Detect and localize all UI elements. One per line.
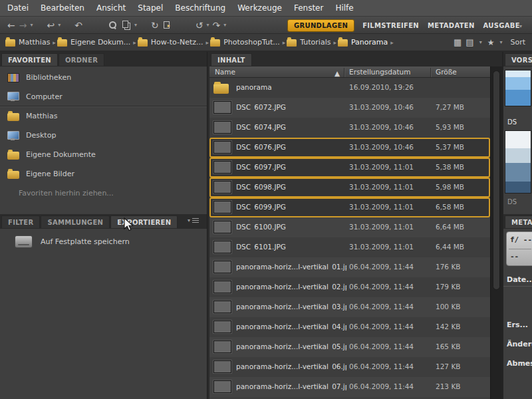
favorites-item[interactable]: Eigene Dokumente (0, 145, 207, 164)
workspace-tab[interactable]: GRUNDLAGEN (288, 20, 354, 31)
workspace-tab[interactable]: METADATEN (428, 22, 475, 29)
file-name: DSC_6098.JPG (236, 183, 286, 191)
file-size: 6,64 MB (436, 223, 464, 231)
column-divider[interactable] (430, 68, 431, 77)
table-row[interactable]: DSC_6097.JPG 31.03.2009, 11:01 5,38 MB (209, 158, 490, 178)
column-name[interactable]: Name (215, 68, 235, 76)
favorite-icon (7, 131, 19, 140)
workspace-chevron-icon[interactable] (519, 23, 522, 29)
panel-tab[interactable]: SAMMLUNGEN (41, 215, 110, 228)
table-row[interactable]: panorama-horiz...l-vertikal_04.jpg 06.04… (209, 317, 490, 337)
column-size[interactable]: Größe (436, 68, 457, 76)
panel-tab[interactable]: FAVORITEN (1, 53, 58, 66)
breadcrumb-item[interactable]: Panorama (338, 38, 394, 47)
breadcrumb-item[interactable]: Matthias (5, 38, 56, 47)
table-row[interactable]: panorama-horiz...l-vertikal_03.jpg 06.04… (209, 297, 490, 317)
table-row[interactable]: panorama-horiz...l-vertikal_05.jpg 06.04… (209, 337, 490, 357)
menu-item[interactable]: Ansicht (90, 0, 132, 16)
menu-item[interactable]: Bearbeiten (35, 0, 90, 16)
file-date: 06.04.2009, 11:44 (349, 303, 414, 311)
table-row[interactable]: DSC_6076.JPG 31.03.2009, 10:46 5,37 MB (209, 138, 490, 158)
panel-menu-icon[interactable] (188, 217, 199, 223)
file-name: panorama-horiz...l-vertikal_07.jpg (236, 382, 346, 390)
rotate-left-icon[interactable] (196, 21, 203, 30)
panel-tab[interactable]: ORDNER (59, 53, 104, 66)
panel-tab[interactable]: FILTER (1, 215, 40, 228)
favorites-item[interactable]: Desktop (0, 126, 207, 145)
breadcrumb-item[interactable]: PhotoshopTut... (210, 38, 285, 47)
back-icon[interactable] (7, 21, 15, 30)
copy-pages-icon[interactable] (122, 21, 128, 28)
sort-ascending-icon[interactable] (334, 69, 340, 77)
breadcrumb-item[interactable]: Eigene Dokum... (57, 38, 136, 47)
table-row[interactable]: DSC_6072.JPG 31.03.2009, 10:46 7,27 MB (209, 98, 490, 118)
workspace-tab[interactable]: FILMSTREIFEN (362, 22, 419, 29)
rotate-right-icon[interactable] (212, 21, 220, 30)
tab-vorschau[interactable]: VORSCH (505, 53, 532, 66)
panel-tab[interactable]: EXPORTIEREN (110, 215, 178, 229)
table-row[interactable]: panorama-horiz...l-vertikal_06.jpg 06.04… (209, 357, 490, 377)
table-row[interactable]: DSC_6098.JPG 31.03.2009, 11:01 5,98 MB (209, 178, 490, 198)
chevron-down-icon[interactable] (223, 22, 226, 28)
return-to-app-icon[interactable] (47, 21, 55, 30)
open-in-camera-raw-icon[interactable] (164, 21, 170, 29)
vertical-scrollbar[interactable] (490, 66, 502, 399)
file-date: 31.03.2009, 10:46 (349, 123, 414, 131)
favorites-drop-hint: Favoriten hierhin ziehen... (19, 189, 114, 198)
favorites-item[interactable]: Computer (0, 87, 207, 106)
chevron-down-icon[interactable] (206, 22, 209, 28)
workspace-tab[interactable]: AUSGABE (483, 22, 520, 29)
menu-item[interactable]: Stapel (132, 0, 169, 16)
table-row[interactable]: panorama-horiz...l-vertikal_01.jpg 06.04… (209, 257, 490, 277)
scrollbar-thumb[interactable] (493, 70, 500, 290)
file-size: 5,37 MB (436, 143, 464, 151)
favorites-item[interactable]: Bibliotheken (0, 68, 207, 87)
table-row[interactable]: DSC_6074.JPG 31.03.2009, 10:46 5,93 MB (209, 118, 490, 138)
forward-icon[interactable] (19, 21, 27, 30)
table-row[interactable]: panorama-horiz...l-vertikal_07.jpg 06.04… (209, 377, 490, 397)
preview-filename: DS (507, 118, 517, 126)
chevron-down-icon[interactable] (134, 22, 137, 28)
menu-item[interactable]: Werkzeuge (231, 0, 288, 16)
favorites-item[interactable]: Matthias (0, 106, 207, 126)
chevron-right-icon (133, 39, 136, 46)
favorites-list: Bibliotheken Computer Matthias Desktop E… (0, 68, 207, 184)
chevron-down-icon[interactable] (499, 39, 502, 45)
column-divider[interactable] (344, 68, 344, 77)
column-date[interactable]: Erstellungsdatum (349, 68, 410, 76)
thumbnail-view-icon[interactable] (454, 37, 462, 47)
favorites-item[interactable]: Eigene Bilder (0, 164, 207, 184)
refresh-icon[interactable] (151, 21, 159, 30)
chevron-down-icon[interactable] (30, 22, 33, 28)
breadcrumb-item[interactable]: How-to-Netz... (138, 38, 209, 47)
file-name: DSC_6076.JPG (236, 143, 286, 151)
sort-label[interactable]: Sort (510, 38, 525, 47)
table-row[interactable]: panorama-horiz...l-vertikal_02.jpg 06.04… (209, 277, 490, 297)
menu-item[interactable]: Hilfe (329, 0, 359, 16)
preview-image-sky[interactable] (505, 70, 531, 106)
table-row[interactable]: panorama 16.09.2010, 19:26 (209, 78, 490, 98)
menu-item[interactable]: Datei (1, 0, 35, 16)
rating-filter-icon[interactable] (487, 38, 495, 47)
export-target-item[interactable]: Auf Festplatte speichern (0, 229, 207, 248)
menu-item[interactable]: Fenster (288, 0, 330, 16)
file-size: 5,98 MB (436, 183, 464, 191)
review-mode-icon[interactable] (109, 21, 117, 29)
details-view-icon[interactable] (466, 37, 473, 47)
file-size: 7,27 MB (436, 103, 464, 111)
file-date: 31.03.2009, 11:01 (349, 203, 414, 211)
breadcrumb-item[interactable]: Tutorials (287, 38, 336, 47)
file-thumbnail (213, 261, 231, 273)
file-name: panorama-horiz...l-vertikal_06.jpg (236, 362, 346, 370)
chevron-down-icon[interactable] (479, 39, 482, 45)
chevron-down-icon[interactable] (58, 22, 61, 28)
table-row[interactable]: DSC_6101.JPG 31.03.2009, 11:01 6,44 MB (209, 237, 490, 257)
menu-item[interactable]: Beschriftung (169, 0, 231, 16)
preview-image-harbor[interactable] (505, 130, 531, 194)
tab-metadaten[interactable]: METADA (505, 215, 532, 229)
metadata-section-header[interactable]: Date... (507, 275, 532, 284)
table-row[interactable]: DSC_6099.JPG 31.03.2009, 11:01 6,58 MB (209, 198, 490, 217)
recent-items-icon[interactable] (74, 21, 82, 30)
tab-inhalt[interactable]: INHALT (211, 53, 252, 66)
table-row[interactable]: DSC_6100.JPG 31.03.2009, 11:01 6,64 MB (209, 217, 490, 237)
